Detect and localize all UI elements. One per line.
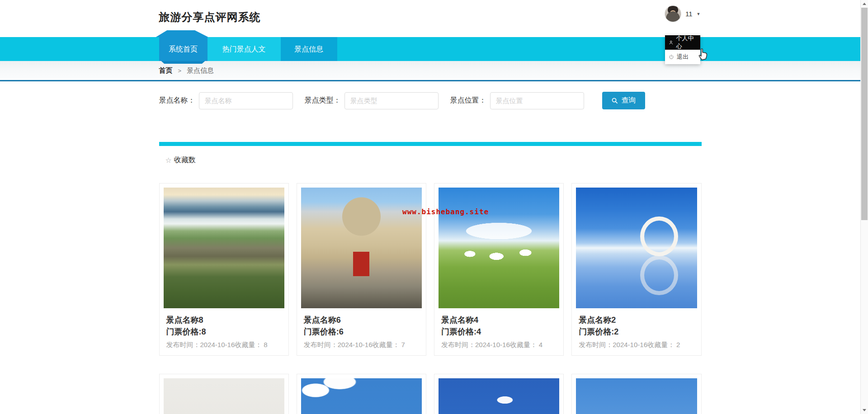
spot-name-label: 景点名称： — [159, 96, 195, 105]
publish-date: 2024-10-16 — [338, 341, 373, 348]
fav-count: 2 — [676, 341, 680, 348]
scroll-up-button[interactable] — [861, 0, 868, 8]
publish-label: 发布时间： — [579, 341, 613, 348]
spot-price: 门票价格:8 — [164, 326, 284, 338]
publish-date: 2024-10-16 — [200, 341, 235, 348]
breadcrumb-separator: > — [178, 67, 182, 74]
spot-price: 门票价格:6 — [301, 326, 422, 338]
field-spot-location: 景点位置： — [450, 92, 584, 109]
breadcrumb-bar: 首页 > 景点信息 — [0, 61, 860, 81]
spot-image[interactable] — [164, 188, 284, 308]
page: 旅游分享点评网系统 11 ▼ 系统首页 热门景点人文 景点信息 — [0, 0, 868, 414]
fav-count: 8 — [264, 341, 267, 348]
publish-date: 2024-10-16 — [475, 341, 510, 348]
sort-label: 收藏数 — [174, 155, 196, 165]
card-grid-row2 — [159, 374, 702, 414]
search-icon — [611, 97, 618, 104]
spot-image[interactable] — [301, 378, 422, 414]
menu-item-logout[interactable]: 退出 — [665, 50, 700, 64]
spot-name-input[interactable] — [199, 92, 293, 109]
vertical-scrollbar — [860, 0, 868, 414]
spot-title[interactable]: 景点名称2 — [576, 314, 697, 326]
watermark-text: www.bishebang.site — [402, 207, 489, 216]
menu-item-label: 退出 — [677, 53, 689, 61]
spot-type-input[interactable] — [344, 92, 439, 109]
fav-label: 收藏量： — [372, 341, 399, 348]
triangle-up-icon — [863, 3, 866, 5]
fav-label: 收藏量： — [510, 341, 537, 348]
star-icon: ☆ — [165, 156, 172, 165]
spot-title[interactable]: 景点名称8 — [164, 314, 284, 326]
spot-card[interactable] — [159, 374, 289, 414]
query-button[interactable]: 查询 — [602, 92, 645, 109]
query-button-label: 查询 — [622, 96, 636, 105]
nav-tab-spot-info[interactable]: 景点信息 — [281, 37, 337, 61]
nav-tab-home[interactable]: 系统首页 — [159, 37, 208, 61]
spot-location-input[interactable] — [490, 92, 584, 109]
user-avatar[interactable] — [665, 5, 681, 22]
spot-image[interactable] — [301, 188, 422, 308]
field-spot-name: 景点名称： — [159, 92, 293, 109]
spot-card[interactable]: 景点名称8 门票价格:8 发布时间：2024-10-16收藏量：8 — [159, 183, 289, 356]
spot-card[interactable] — [297, 374, 426, 414]
breadcrumb-home-link[interactable]: 首页 — [159, 66, 173, 75]
site-title: 旅游分享点评网系统 — [159, 0, 702, 24]
breadcrumb-current: 景点信息 — [187, 66, 214, 75]
spot-image[interactable] — [439, 188, 559, 308]
spot-image[interactable] — [576, 188, 697, 308]
user-dropdown-menu: 个人中心 退出 — [665, 35, 700, 64]
user-name[interactable]: 11 — [685, 10, 693, 18]
publish-date: 2024-10-16 — [613, 341, 647, 348]
nav-tab-hot-spots[interactable]: 热门景点人文 — [208, 37, 281, 61]
triangle-down-icon — [863, 409, 866, 411]
main-content: 景点名称： 景点类型： 景点位置： 查询 — [0, 81, 860, 414]
scroll-down-button[interactable] — [861, 406, 868, 414]
fav-label: 收藏量： — [647, 341, 675, 348]
search-form: 景点名称： 景点类型： 景点位置： 查询 — [159, 92, 702, 109]
spot-location-label: 景点位置： — [450, 96, 486, 105]
spot-card[interactable] — [434, 374, 564, 414]
publish-label: 发布时间： — [304, 341, 338, 348]
content-area: 旅游分享点评网系统 11 ▼ 系统首页 热门景点人文 景点信息 — [0, 0, 860, 414]
chevron-down-icon[interactable]: ▼ — [697, 12, 701, 16]
menu-item-label: 个人中心 — [676, 34, 697, 51]
cyan-divider — [159, 142, 702, 146]
spot-meta: 发布时间：2024-10-16收藏量：2 — [576, 340, 697, 349]
scrollbar-thumb[interactable] — [861, 8, 868, 220]
spot-card[interactable]: 景点名称2 门票价格:2 发布时间：2024-10-16收藏量：2 — [571, 183, 701, 356]
publish-label: 发布时间： — [441, 341, 475, 348]
spot-price: 门票价格:2 — [576, 326, 697, 338]
breadcrumb: 首页 > 景点信息 — [159, 61, 702, 80]
user-widget[interactable]: 11 ▼ — [665, 5, 701, 22]
spot-image[interactable] — [164, 378, 284, 414]
logout-icon — [669, 54, 674, 60]
fav-label: 收藏量： — [235, 341, 262, 348]
field-spot-type: 景点类型： — [305, 92, 439, 109]
spot-card[interactable] — [571, 374, 701, 414]
fav-count: 4 — [539, 341, 542, 348]
header: 旅游分享点评网系统 11 ▼ — [0, 0, 860, 37]
menu-item-personal-center[interactable]: 个人中心 — [665, 35, 700, 50]
fav-count: 7 — [401, 341, 405, 348]
spot-title[interactable]: 景点名称4 — [439, 314, 559, 326]
sort-by-favorites[interactable]: ☆ 收藏数 — [159, 155, 702, 165]
spot-image[interactable] — [576, 378, 697, 414]
spot-title[interactable]: 景点名称6 — [301, 314, 422, 326]
navbar: 系统首页 热门景点人文 景点信息 — [0, 37, 860, 61]
spot-image[interactable] — [439, 378, 559, 414]
publish-label: 发布时间： — [166, 341, 200, 348]
spot-price: 门票价格:4 — [439, 326, 559, 338]
spot-meta: 发布时间：2024-10-16收藏量：7 — [301, 340, 422, 349]
spot-meta: 发布时间：2024-10-16收藏量：8 — [164, 340, 284, 349]
spot-meta: 发布时间：2024-10-16收藏量：4 — [439, 340, 559, 349]
person-icon — [669, 40, 674, 45]
spot-type-label: 景点类型： — [305, 96, 341, 105]
